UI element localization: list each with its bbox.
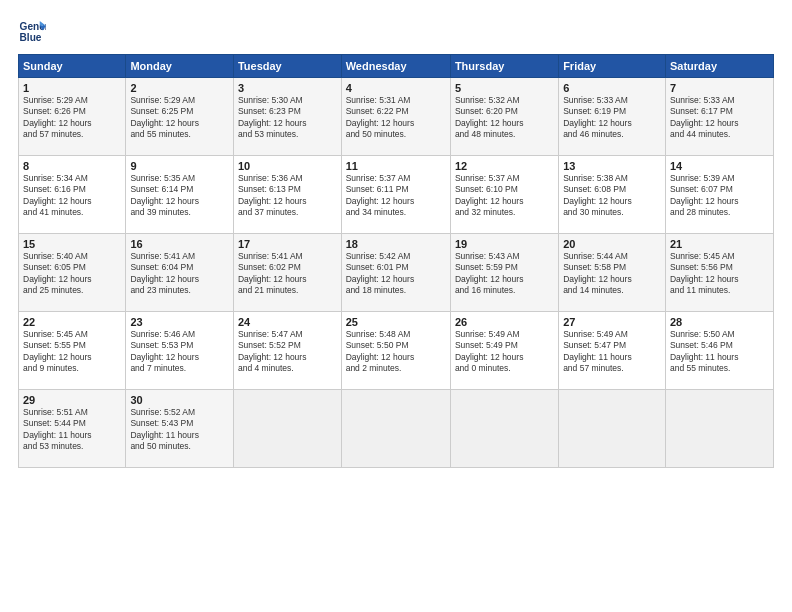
day-number: 28 [670, 316, 769, 328]
day-info: Sunrise: 5:52 AM Sunset: 5:43 PM Dayligh… [130, 407, 229, 453]
day-info: Sunrise: 5:47 AM Sunset: 5:52 PM Dayligh… [238, 329, 337, 375]
calendar-cell: 28Sunrise: 5:50 AM Sunset: 5:46 PM Dayli… [665, 312, 773, 390]
day-number: 13 [563, 160, 661, 172]
calendar-cell: 6Sunrise: 5:33 AM Sunset: 6:19 PM Daylig… [559, 78, 666, 156]
day-number: 8 [23, 160, 121, 172]
day-info: Sunrise: 5:51 AM Sunset: 5:44 PM Dayligh… [23, 407, 121, 453]
calendar-week-2: 8Sunrise: 5:34 AM Sunset: 6:16 PM Daylig… [19, 156, 774, 234]
col-header-tuesday: Tuesday [233, 55, 341, 78]
col-header-monday: Monday [126, 55, 234, 78]
day-info: Sunrise: 5:40 AM Sunset: 6:05 PM Dayligh… [23, 251, 121, 297]
calendar-week-5: 29Sunrise: 5:51 AM Sunset: 5:44 PM Dayli… [19, 390, 774, 468]
calendar-table: SundayMondayTuesdayWednesdayThursdayFrid… [18, 54, 774, 468]
day-number: 18 [346, 238, 446, 250]
day-number: 7 [670, 82, 769, 94]
day-number: 27 [563, 316, 661, 328]
day-number: 9 [130, 160, 229, 172]
day-info: Sunrise: 5:35 AM Sunset: 6:14 PM Dayligh… [130, 173, 229, 219]
day-info: Sunrise: 5:45 AM Sunset: 5:55 PM Dayligh… [23, 329, 121, 375]
calendar-cell: 8Sunrise: 5:34 AM Sunset: 6:16 PM Daylig… [19, 156, 126, 234]
calendar-cell: 29Sunrise: 5:51 AM Sunset: 5:44 PM Dayli… [19, 390, 126, 468]
day-info: Sunrise: 5:29 AM Sunset: 6:25 PM Dayligh… [130, 95, 229, 141]
day-info: Sunrise: 5:49 AM Sunset: 5:49 PM Dayligh… [455, 329, 554, 375]
day-number: 10 [238, 160, 337, 172]
calendar-cell: 5Sunrise: 5:32 AM Sunset: 6:20 PM Daylig… [450, 78, 558, 156]
calendar-cell: 12Sunrise: 5:37 AM Sunset: 6:10 PM Dayli… [450, 156, 558, 234]
day-info: Sunrise: 5:41 AM Sunset: 6:04 PM Dayligh… [130, 251, 229, 297]
calendar-cell: 19Sunrise: 5:43 AM Sunset: 5:59 PM Dayli… [450, 234, 558, 312]
day-number: 20 [563, 238, 661, 250]
day-number: 21 [670, 238, 769, 250]
calendar-cell [665, 390, 773, 468]
day-info: Sunrise: 5:42 AM Sunset: 6:01 PM Dayligh… [346, 251, 446, 297]
day-number: 14 [670, 160, 769, 172]
day-info: Sunrise: 5:33 AM Sunset: 6:17 PM Dayligh… [670, 95, 769, 141]
day-number: 5 [455, 82, 554, 94]
day-info: Sunrise: 5:34 AM Sunset: 6:16 PM Dayligh… [23, 173, 121, 219]
calendar-week-1: 1Sunrise: 5:29 AM Sunset: 6:26 PM Daylig… [19, 78, 774, 156]
logo: General Blue [18, 18, 50, 46]
calendar-cell [450, 390, 558, 468]
svg-text:Blue: Blue [20, 32, 42, 43]
day-number: 25 [346, 316, 446, 328]
day-number: 15 [23, 238, 121, 250]
day-number: 23 [130, 316, 229, 328]
calendar-cell: 23Sunrise: 5:46 AM Sunset: 5:53 PM Dayli… [126, 312, 234, 390]
day-number: 30 [130, 394, 229, 406]
header: General Blue [18, 18, 774, 46]
day-info: Sunrise: 5:31 AM Sunset: 6:22 PM Dayligh… [346, 95, 446, 141]
calendar-cell: 3Sunrise: 5:30 AM Sunset: 6:23 PM Daylig… [233, 78, 341, 156]
day-info: Sunrise: 5:29 AM Sunset: 6:26 PM Dayligh… [23, 95, 121, 141]
logo-icon: General Blue [18, 18, 46, 46]
calendar-cell: 27Sunrise: 5:49 AM Sunset: 5:47 PM Dayli… [559, 312, 666, 390]
calendar-cell: 25Sunrise: 5:48 AM Sunset: 5:50 PM Dayli… [341, 312, 450, 390]
calendar-cell: 22Sunrise: 5:45 AM Sunset: 5:55 PM Dayli… [19, 312, 126, 390]
col-header-sunday: Sunday [19, 55, 126, 78]
day-info: Sunrise: 5:37 AM Sunset: 6:11 PM Dayligh… [346, 173, 446, 219]
calendar-cell [233, 390, 341, 468]
calendar-cell: 2Sunrise: 5:29 AM Sunset: 6:25 PM Daylig… [126, 78, 234, 156]
calendar-cell: 16Sunrise: 5:41 AM Sunset: 6:04 PM Dayli… [126, 234, 234, 312]
col-header-saturday: Saturday [665, 55, 773, 78]
day-number: 22 [23, 316, 121, 328]
day-info: Sunrise: 5:45 AM Sunset: 5:56 PM Dayligh… [670, 251, 769, 297]
calendar-cell: 1Sunrise: 5:29 AM Sunset: 6:26 PM Daylig… [19, 78, 126, 156]
col-header-friday: Friday [559, 55, 666, 78]
day-info: Sunrise: 5:41 AM Sunset: 6:02 PM Dayligh… [238, 251, 337, 297]
calendar-cell: 21Sunrise: 5:45 AM Sunset: 5:56 PM Dayli… [665, 234, 773, 312]
day-number: 1 [23, 82, 121, 94]
day-number: 3 [238, 82, 337, 94]
calendar-cell [341, 390, 450, 468]
day-number: 16 [130, 238, 229, 250]
calendar-cell: 10Sunrise: 5:36 AM Sunset: 6:13 PM Dayli… [233, 156, 341, 234]
day-info: Sunrise: 5:37 AM Sunset: 6:10 PM Dayligh… [455, 173, 554, 219]
calendar-cell: 17Sunrise: 5:41 AM Sunset: 6:02 PM Dayli… [233, 234, 341, 312]
day-info: Sunrise: 5:30 AM Sunset: 6:23 PM Dayligh… [238, 95, 337, 141]
day-number: 4 [346, 82, 446, 94]
calendar-cell: 30Sunrise: 5:52 AM Sunset: 5:43 PM Dayli… [126, 390, 234, 468]
day-number: 12 [455, 160, 554, 172]
calendar-cell: 4Sunrise: 5:31 AM Sunset: 6:22 PM Daylig… [341, 78, 450, 156]
day-number: 2 [130, 82, 229, 94]
day-number: 11 [346, 160, 446, 172]
calendar-cell: 7Sunrise: 5:33 AM Sunset: 6:17 PM Daylig… [665, 78, 773, 156]
calendar-week-3: 15Sunrise: 5:40 AM Sunset: 6:05 PM Dayli… [19, 234, 774, 312]
day-number: 17 [238, 238, 337, 250]
calendar-cell [559, 390, 666, 468]
calendar-cell: 20Sunrise: 5:44 AM Sunset: 5:58 PM Dayli… [559, 234, 666, 312]
day-info: Sunrise: 5:33 AM Sunset: 6:19 PM Dayligh… [563, 95, 661, 141]
calendar-week-4: 22Sunrise: 5:45 AM Sunset: 5:55 PM Dayli… [19, 312, 774, 390]
day-info: Sunrise: 5:50 AM Sunset: 5:46 PM Dayligh… [670, 329, 769, 375]
col-header-wednesday: Wednesday [341, 55, 450, 78]
calendar-header-row: SundayMondayTuesdayWednesdayThursdayFrid… [19, 55, 774, 78]
day-info: Sunrise: 5:38 AM Sunset: 6:08 PM Dayligh… [563, 173, 661, 219]
day-number: 29 [23, 394, 121, 406]
day-info: Sunrise: 5:46 AM Sunset: 5:53 PM Dayligh… [130, 329, 229, 375]
calendar-cell: 15Sunrise: 5:40 AM Sunset: 6:05 PM Dayli… [19, 234, 126, 312]
calendar-cell: 14Sunrise: 5:39 AM Sunset: 6:07 PM Dayli… [665, 156, 773, 234]
calendar-cell: 18Sunrise: 5:42 AM Sunset: 6:01 PM Dayli… [341, 234, 450, 312]
calendar-cell: 24Sunrise: 5:47 AM Sunset: 5:52 PM Dayli… [233, 312, 341, 390]
day-info: Sunrise: 5:49 AM Sunset: 5:47 PM Dayligh… [563, 329, 661, 375]
day-info: Sunrise: 5:44 AM Sunset: 5:58 PM Dayligh… [563, 251, 661, 297]
day-info: Sunrise: 5:48 AM Sunset: 5:50 PM Dayligh… [346, 329, 446, 375]
